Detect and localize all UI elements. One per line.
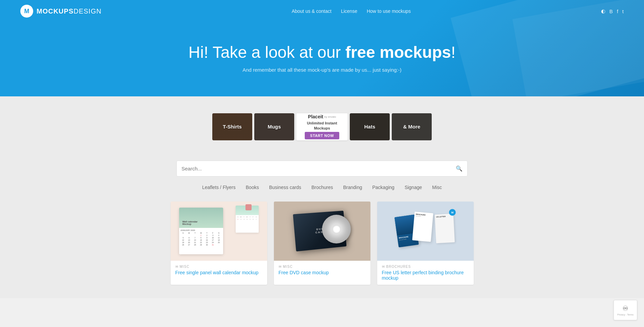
envelope-icon-2: ✉	[279, 265, 282, 268]
card-footer-dvd: ✉ MISC Free DVD case mockup	[274, 261, 370, 279]
nav-howto[interactable]: How to use mockups	[367, 8, 411, 14]
brochure-group: BROCHURE US LETTER BROCHURE US LETT US L…	[388, 206, 463, 256]
placeit-card[interactable]: Placeit by envato Unlimited InstantMocku…	[296, 113, 348, 140]
card-dvd-case[interactable]: DVDCASE ✉ MISC Free DVD case mockup	[274, 202, 370, 285]
card-image-calendar: SMTWTFS 1234567 Wall calendarMockup JANU…	[171, 202, 267, 261]
cards-section: SMTWTFS 1234567 Wall calendarMockup JANU…	[0, 198, 644, 298]
dvd-disc	[322, 215, 351, 243]
tab-brochures[interactable]: Brochures	[312, 183, 333, 191]
behance-icon[interactable]: B	[609, 8, 613, 14]
category-tshirts-label: T-Shirts	[223, 124, 242, 130]
brand-badge: M	[449, 209, 456, 216]
twitter-icon[interactable]: t	[622, 8, 624, 14]
card-category-dvd-misc: ✉ MISC	[279, 265, 366, 268]
search-input[interactable]	[181, 161, 456, 176]
tab-misc[interactable]: Misc	[432, 183, 442, 191]
hero-heading: Hi! Take a look at our free mockups!	[7, 43, 637, 62]
tab-packaging[interactable]: Packaging	[372, 183, 394, 191]
card-footer-brochure: ✉ BROCHURES Free US letter perfect bindi…	[377, 261, 474, 285]
category-mugs-label: Mugs	[267, 124, 281, 130]
tab-books[interactable]: Books	[246, 183, 259, 191]
categories-row: T-Shirts Mugs Placeit by envato Unlimite…	[212, 113, 432, 140]
dvd-group: DVDCASE	[292, 207, 352, 255]
calendar-main: Wall calendarMockup JANUARY 2020 SMTWTFS…	[179, 208, 223, 254]
filter-tabs: Leaflets / Flyers Books Business cards B…	[0, 177, 644, 198]
card-title-brochure: Free US letter perfect binding brochure …	[382, 270, 469, 281]
category-hats[interactable]: Hats	[350, 113, 390, 140]
card-footer-calendar: ✉ MISC Free single panel wall calendar m…	[171, 261, 267, 279]
dvd-disc-center	[333, 226, 340, 233]
placeit-logo: Placeit by envato	[308, 114, 336, 119]
category-mugs[interactable]: Mugs	[254, 113, 294, 140]
search-button[interactable]: 🔍	[456, 165, 463, 172]
search-section: 🔍	[0, 154, 644, 177]
calendar-badge	[245, 204, 252, 210]
pinterest-icon[interactable]: ◐	[601, 8, 605, 14]
nav-about[interactable]: About us & contact	[292, 8, 331, 14]
brochure-2: BROCHURE US LETT	[412, 212, 433, 242]
card-image-dvd: DVDCASE	[274, 202, 370, 261]
placeit-desc: Unlimited InstantMockups	[307, 121, 337, 131]
category-more[interactable]: & More	[392, 113, 432, 140]
brand-name: MOCKUPSDESIGN	[37, 7, 102, 15]
tab-business-cards[interactable]: Business cards	[269, 183, 301, 191]
envelope-icon: ✉	[175, 265, 178, 268]
card-category-misc: ✉ MISC	[175, 265, 262, 268]
site-header: M MOCKUPSDESIGN About us & contact Licen…	[0, 0, 644, 96]
hero-subtext: And remember that all these mock-up's ar…	[7, 67, 637, 73]
category-more-label: & More	[403, 124, 421, 130]
calendar-mockup: SMTWTFS 1234567 Wall calendarMockup JANU…	[171, 202, 267, 261]
categories-section: T-Shirts Mugs Placeit by envato Unlimite…	[0, 96, 644, 154]
card-title-calendar: Free single panel wall calendar mockup	[175, 270, 262, 275]
hero-section: Hi! Take a look at our free mockups! And…	[0, 22, 644, 96]
category-tshirts[interactable]: T-Shirts	[212, 113, 252, 140]
facebook-icon[interactable]: f	[617, 8, 618, 14]
tab-leaflets[interactable]: Leaflets / Flyers	[202, 183, 236, 191]
nav-license[interactable]: License	[341, 8, 357, 14]
dvd-mockup: DVDCASE	[279, 204, 366, 258]
card-title-dvd: Free DVD case mockup	[279, 270, 366, 275]
tab-signage[interactable]: Signage	[405, 183, 422, 191]
logo[interactable]: M MOCKUPSDESIGN	[20, 5, 102, 18]
logo-icon: M	[20, 5, 33, 18]
brochure-3: US LETTER	[435, 214, 455, 243]
search-bar: 🔍	[176, 161, 468, 177]
card-wall-calendar[interactable]: SMTWTFS 1234567 Wall calendarMockup JANU…	[171, 202, 267, 285]
card-category-brochures: ✉ BROCHURES	[382, 265, 469, 268]
social-icons: ◐ B f t	[601, 8, 624, 14]
tab-branding[interactable]: Branding	[343, 183, 362, 191]
start-now-button[interactable]: START NOW	[305, 132, 339, 139]
main-nav: M MOCKUPSDESIGN About us & contact Licen…	[0, 0, 644, 22]
card-brochure[interactable]: BROCHURE US LETTER BROCHURE US LETT US L…	[377, 202, 474, 285]
category-hats-label: Hats	[364, 124, 375, 130]
card-image-brochure: BROCHURE US LETTER BROCHURE US LETT US L…	[377, 202, 474, 261]
envelope-icon-3: ✉	[382, 265, 385, 268]
brochure-mockup: BROCHURE US LETTER BROCHURE US LETT US L…	[388, 206, 463, 256]
nav-links: About us & contact License How to use mo…	[292, 8, 411, 14]
